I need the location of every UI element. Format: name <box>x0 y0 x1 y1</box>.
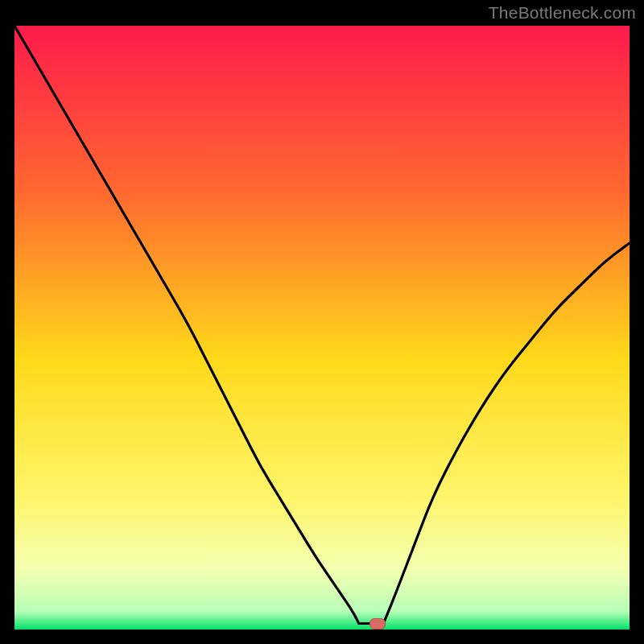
watermark-text: TheBottleneck.com <box>489 3 636 23</box>
chart-frame: TheBottleneck.com <box>0 0 644 644</box>
plot-area <box>14 26 630 630</box>
optimal-point-marker <box>369 618 386 630</box>
bottleneck-curve <box>14 26 630 630</box>
